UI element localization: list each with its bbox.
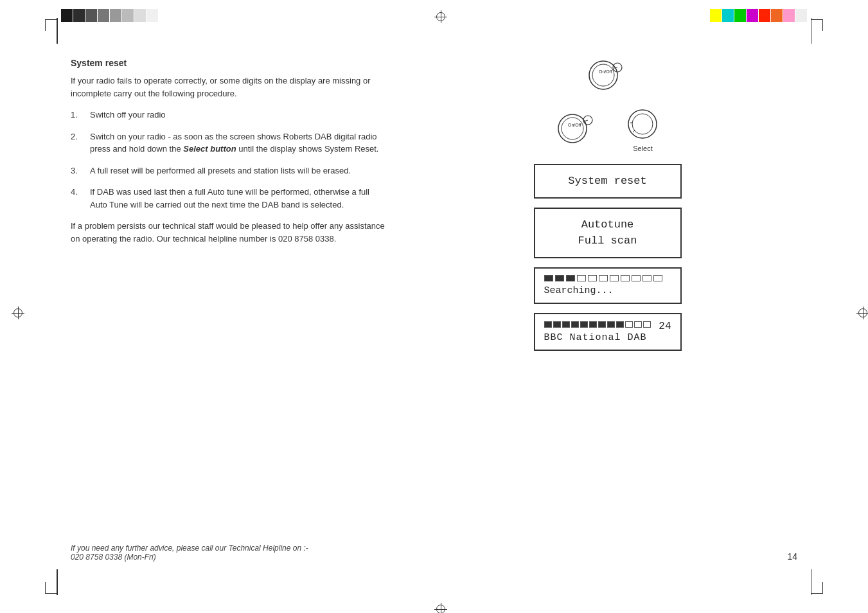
select-knob-svg xyxy=(619,105,667,143)
svg-text:On/Off: On/Off xyxy=(568,123,581,127)
section-title: System reset xyxy=(71,58,385,68)
bbc-bar-row xyxy=(544,321,655,328)
step-2-text: Switch on your radio - as soon as the sc… xyxy=(90,130,385,155)
corner-mark-tr xyxy=(811,19,823,31)
list-item: 3. A full reset will be performed all pr… xyxy=(71,164,385,177)
searching-bar-row xyxy=(544,275,671,281)
lcd-bbc: 24 BBC National DAB xyxy=(534,313,682,351)
step-4-num: 4. xyxy=(71,186,90,211)
lcd-system-reset: System reset xyxy=(534,164,682,199)
seg xyxy=(632,275,641,281)
seg xyxy=(642,275,651,281)
vline-rb xyxy=(811,569,812,595)
step-2-num: 2. xyxy=(71,130,90,155)
lcd-autotune: Autotune Full scan xyxy=(534,208,682,258)
help-text: If a problem persists our technical staf… xyxy=(71,220,385,245)
step1-knob-group: On/Off xyxy=(579,58,637,93)
list-item: 4. If DAB was used last then a full Auto… xyxy=(71,186,385,211)
bseg xyxy=(634,321,642,328)
svg-point-10 xyxy=(628,110,657,138)
bseg xyxy=(643,321,651,328)
bseg xyxy=(589,321,597,328)
bold-select-button: Select button xyxy=(183,144,236,154)
instruction-list: 1. Switch off your radio 2. Switch on yo… xyxy=(71,109,385,211)
step2-knob-row: On/Off Select xyxy=(548,105,667,152)
bseg xyxy=(562,321,570,328)
select-knob-group: Select xyxy=(619,105,667,152)
lcd-autotune-line2: Full scan xyxy=(545,233,670,249)
intro-text: If your radio fails to operate correctly… xyxy=(71,75,385,100)
svg-point-6 xyxy=(562,118,583,139)
seg xyxy=(566,275,575,281)
corner-mark-bl xyxy=(45,582,57,594)
step-1-num: 1. xyxy=(71,109,90,121)
lcd-autotune-line1: Autotune xyxy=(545,217,670,233)
left-column: System reset If your radio fails to oper… xyxy=(71,45,405,568)
bbc-number: 24 xyxy=(659,321,671,332)
seg xyxy=(544,275,553,281)
bseg xyxy=(625,321,633,328)
seg xyxy=(610,275,619,281)
list-item: 1. Switch off your radio xyxy=(71,109,385,121)
page-number: 14 xyxy=(787,551,797,562)
bseg xyxy=(607,321,615,328)
list-item: 2. Switch on your radio - as soon as the… xyxy=(71,130,385,155)
bbc-station-text: BBC National DAB xyxy=(544,332,671,343)
footer-helpline: If you need any further advice, please c… xyxy=(71,544,308,562)
footer-line1: If you need any further advice, please c… xyxy=(71,544,308,553)
vline-lb xyxy=(57,569,58,595)
step-3-num: 3. xyxy=(71,164,90,177)
color-bars-right xyxy=(710,9,807,22)
step-1-text: Switch off your radio xyxy=(90,109,385,121)
onoff-knob-2-svg: On/Off xyxy=(548,111,606,147)
bseg xyxy=(580,321,588,328)
svg-line-14 xyxy=(633,130,635,132)
searching-text: Searching... xyxy=(544,285,671,296)
vline-rt xyxy=(811,18,812,44)
seg xyxy=(555,275,564,281)
select-label: Select xyxy=(633,145,653,152)
bseg xyxy=(598,321,606,328)
right-column: On/Off On/Off xyxy=(405,45,797,568)
corner-mark-tl xyxy=(45,19,57,31)
svg-text:On/Off: On/Off xyxy=(599,69,612,74)
corner-mark-br xyxy=(811,582,823,594)
bseg xyxy=(616,321,624,328)
seg xyxy=(577,275,586,281)
bbc-top-row: 24 xyxy=(544,321,671,332)
svg-point-5 xyxy=(558,114,587,143)
vline-lt xyxy=(57,18,58,44)
step-3-text: A full reset will be performed all prese… xyxy=(90,164,385,177)
bseg xyxy=(544,321,552,328)
step-4-text: If DAB was used last then a full Auto tu… xyxy=(90,186,385,211)
lcd-searching: Searching... xyxy=(534,267,682,304)
seg xyxy=(599,275,608,281)
lcd-system-reset-text: System reset xyxy=(568,175,646,187)
onoff-knob-1-svg: On/Off xyxy=(579,58,637,93)
footer-line2: 020 8758 0338 (Mon-Fri) xyxy=(71,553,308,562)
bseg xyxy=(571,321,579,328)
seg xyxy=(588,275,597,281)
color-bars-left xyxy=(61,9,158,22)
svg-point-1 xyxy=(592,64,614,86)
seg xyxy=(621,275,630,281)
seg xyxy=(653,275,662,281)
bseg xyxy=(553,321,561,328)
